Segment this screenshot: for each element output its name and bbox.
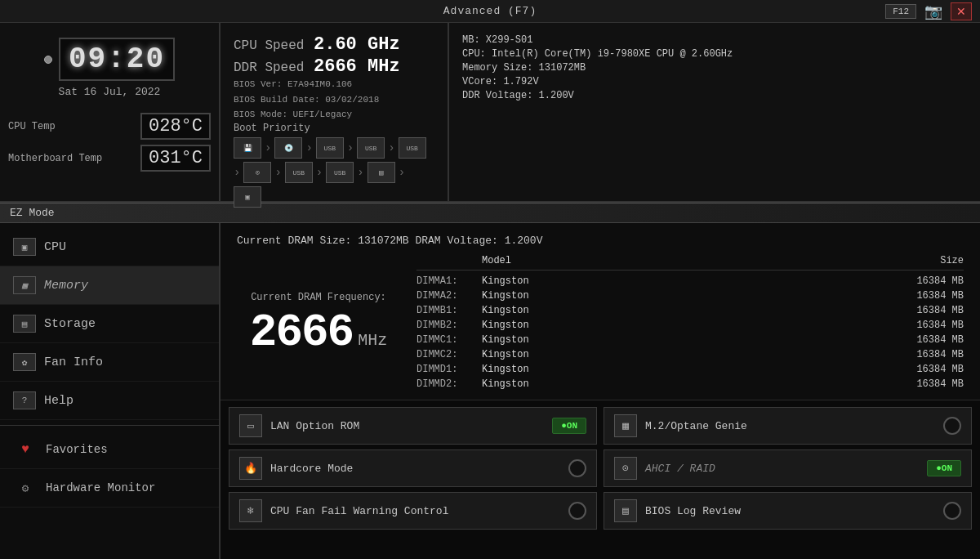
boot-icon-usb2[interactable]: USB: [357, 137, 385, 159]
header-section: 09:20 Sat 16 Jul, 2022 CPU Temp 028°C Mo…: [0, 23, 980, 203]
boot-icon-hdd[interactable]: 💾: [234, 137, 261, 159]
slot-cell: DIMMC1:: [416, 334, 482, 346]
boot-arrow-1: ›: [265, 141, 271, 154]
cpu-temp-label: CPU Temp: [8, 121, 56, 132]
bios-info: BIOS Ver: E7A94IM0.106 BIOS Build Date: …: [234, 77, 434, 123]
cpu-fan-fail-button[interactable]: ❄ CPU Fan Fail Warning Control: [229, 492, 597, 530]
mb-info: MB: X299-S01: [462, 34, 967, 46]
boot-priority-section: Boot Priority 💾 › 💿 › USB › USB › USB › …: [234, 123, 434, 208]
mb-temp-value: 031°C: [140, 145, 211, 172]
bottom-feature-area: ▭ LAN Option ROM ●ON ▦ M.2/Optane Genie …: [220, 400, 980, 559]
size-col-header: Size: [906, 255, 964, 266]
clock-display: 09:20: [44, 38, 175, 81]
boot-arrow-6: ›: [274, 166, 281, 179]
ahci-icon: ⊙: [614, 457, 637, 480]
screenshot-icon[interactable]: 📷: [924, 2, 942, 20]
mb-temp-label: Motherboard Temp: [8, 153, 102, 164]
boot-arrow-9: ›: [399, 166, 405, 179]
sidebar-item-cpu[interactable]: ▣ CPU: [0, 228, 219, 266]
sidebar-label-memory: Memory: [44, 279, 88, 293]
mb-temp-row: Motherboard Temp 031°C: [8, 145, 211, 172]
hardcore-toggle[interactable]: [568, 459, 586, 477]
sidebar-item-hardware-monitor[interactable]: ⚙ Hardware Monitor: [0, 469, 219, 508]
sidebar-item-fan-info[interactable]: ✿ Fan Info: [0, 343, 219, 382]
ahci-raid-button[interactable]: ⊙ AHCI / RAID ●ON: [604, 449, 972, 487]
slot-cell: DIMMD1:: [416, 364, 482, 375]
table-row: DIMMD2: Kingston 16384 MB: [416, 377, 964, 391]
dram-rows: DIMMA1: Kingston 16384 MB DIMMA2: Kingst…: [416, 274, 964, 391]
sidebar-item-help[interactable]: ? Help: [0, 382, 219, 420]
hardcore-mode-button[interactable]: 🔥 Hardcore Mode: [229, 449, 597, 487]
bios-log-button[interactable]: ▤ BIOS Log Review: [604, 492, 972, 530]
ddr-speed-line: DDR Speed 2666 MHz: [234, 56, 434, 77]
model-cell: Kingston: [482, 290, 906, 302]
boot-icon-usb4[interactable]: USB: [285, 162, 313, 183]
model-col-header: Model: [482, 255, 906, 266]
ddr-speed-label: DDR Speed: [234, 60, 307, 75]
memory-info-area: Current DRAM Size: 131072MB DRAM Voltage…: [220, 223, 980, 400]
sidebar-item-favorites[interactable]: ♥ Favorites: [0, 431, 219, 469]
window-title: Advanced (F7): [443, 5, 537, 17]
slot-cell: DIMMA1:: [416, 275, 482, 287]
bios-mode: BIOS Mode: UEFI/Legacy: [234, 107, 434, 123]
lan-toggle[interactable]: ●ON: [552, 418, 586, 434]
sidebar-item-memory[interactable]: ▦ Memory: [0, 266, 219, 305]
cpu-fan-toggle[interactable]: [568, 502, 586, 520]
boot-arrow-5: ›: [234, 166, 240, 179]
hardware-monitor-icon: ⚙: [13, 479, 38, 497]
slot-col-header: [416, 255, 482, 266]
boot-icon-usb3[interactable]: USB: [399, 137, 426, 159]
bios-log-toggle[interactable]: [943, 502, 961, 520]
model-cell: Kingston: [482, 378, 906, 390]
boot-icon-usb1[interactable]: USB: [316, 137, 344, 159]
favorites-icon: ♥: [13, 440, 38, 458]
table-row: DIMMB2: Kingston 16384 MB: [416, 318, 964, 333]
boot-icon-dvd[interactable]: ⊙: [243, 162, 271, 183]
size-cell: 16384 MB: [906, 334, 964, 346]
table-row: DIMMC2: Kingston 16384 MB: [416, 347, 964, 362]
boot-arrow-3: ›: [347, 141, 354, 154]
boot-priority-label: Boot Priority: [234, 123, 434, 134]
help-icon: ?: [13, 391, 36, 409]
speed-panel: CPU Speed 2.60 GHz DDR Speed 2666 MHz BI…: [220, 23, 449, 201]
f12-button[interactable]: F12: [885, 4, 916, 19]
model-cell: Kingston: [482, 275, 906, 287]
bios-ver: BIOS Ver: E7A94IM0.106: [234, 77, 434, 92]
fan-warning-icon: ❄: [239, 499, 262, 522]
boot-arrow-8: ›: [357, 166, 363, 179]
sidebar-label-favorites: Favorites: [46, 443, 108, 456]
m2-optane-button[interactable]: ▦ M.2/Optane Genie: [604, 407, 972, 445]
sidebar-item-storage[interactable]: ▤ Storage: [0, 305, 219, 343]
table-row: DIMMA1: Kingston 16384 MB: [416, 274, 964, 288]
sidebar-label-storage: Storage: [44, 317, 96, 331]
memory-icon: ▦: [13, 276, 36, 294]
size-cell: 16384 MB: [906, 305, 964, 316]
m2-icon: ▦: [614, 414, 637, 437]
ahci-toggle[interactable]: ●ON: [927, 460, 961, 476]
m2-toggle[interactable]: [943, 417, 961, 435]
system-info-panel: MB: X299-S01 CPU: Intel(R) Core(TM) i9-7…: [449, 23, 980, 201]
boot-icon-net[interactable]: ▤: [368, 162, 395, 183]
ddr-voltage-info: DDR Voltage: 1.200V: [462, 90, 967, 101]
cpu-icon: ▣: [13, 238, 36, 256]
close-button[interactable]: ✕: [951, 2, 972, 20]
dram-freq-display: 2666 MHz: [250, 310, 387, 356]
cpu-fan-fail-label: CPU Fan Fail Warning Control: [270, 505, 448, 517]
table-row: DIMMA2: Kingston 16384 MB: [416, 288, 964, 303]
feature-btn-row-2: 🔥 Hardcore Mode ⊙ AHCI / RAID ●ON: [229, 449, 972, 487]
boot-icon-cd[interactable]: 💿: [274, 137, 302, 159]
lan-icon: ▭: [239, 414, 262, 437]
size-cell: 16384 MB: [906, 349, 964, 360]
sidebar-label-fan-info: Fan Info: [44, 356, 103, 369]
slot-cell: DIMMB1:: [416, 305, 482, 316]
lan-option-rom-button[interactable]: ▭ LAN Option ROM ●ON: [229, 407, 597, 445]
boot-icons: 💾 › 💿 › USB › USB › USB › ⊙ › USB › USB …: [234, 137, 434, 208]
boot-icon-misc[interactable]: ▣: [234, 186, 261, 208]
size-cell: 16384 MB: [906, 364, 964, 375]
memory-info: Memory Size: 131072MB: [462, 62, 967, 74]
boot-icon-usb5[interactable]: USB: [326, 162, 354, 183]
slot-cell: DIMMA2:: [416, 290, 482, 302]
clock-panel: 09:20 Sat 16 Jul, 2022 CPU Temp 028°C Mo…: [0, 23, 220, 201]
model-cell: Kingston: [482, 305, 906, 316]
ddr-speed-value: 2666 MHz: [314, 56, 400, 77]
